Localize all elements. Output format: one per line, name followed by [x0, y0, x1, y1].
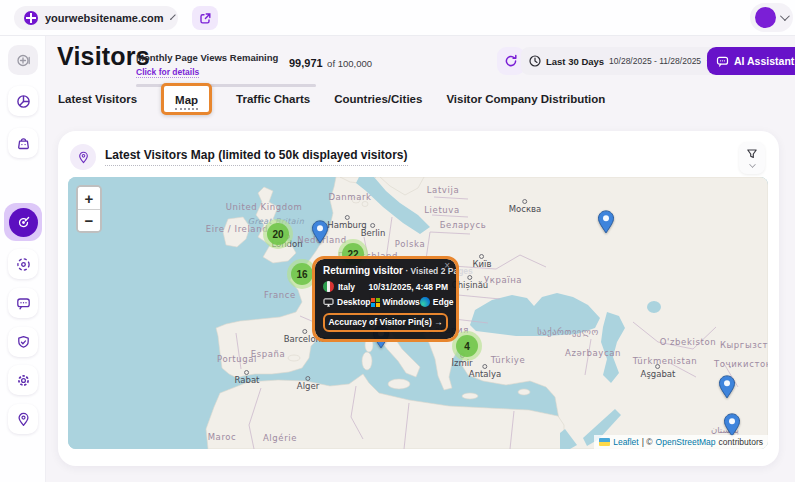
- visitor-cluster-marker[interactable]: 4: [452, 331, 482, 361]
- map-label-country: Latvija: [427, 185, 459, 195]
- visitor-pin-marker[interactable]: [718, 375, 736, 399]
- bag-icon: [16, 136, 31, 151]
- zoom-in-button[interactable]: +: [78, 187, 100, 209]
- external-link-icon: [199, 12, 212, 25]
- popup-title: Returning visitor · Visited 2 Pages: [323, 265, 448, 276]
- map-label-country: Тоҷикистон: [714, 359, 768, 369]
- map-label-country: United Kingdom: [226, 202, 303, 212]
- zoom-out-button[interactable]: −: [78, 209, 100, 231]
- map-label-country: Danmark: [328, 192, 371, 202]
- tab-bar: Latest Visitors Map Traffic Charts Count…: [58, 86, 605, 112]
- map-label-country: Portugal: [217, 354, 257, 364]
- sidebar: [0, 36, 46, 482]
- map-label-country: Algérie: [263, 433, 297, 443]
- website-name: yourwebsitename.com: [45, 12, 164, 24]
- monitor-icon: [323, 298, 334, 307]
- visitor-cluster-marker[interactable]: 20: [263, 219, 293, 249]
- map-label-country: Azərbaycan: [565, 348, 621, 358]
- popup-os: Windows: [383, 297, 420, 307]
- website-globe-icon: [24, 11, 38, 25]
- accuracy-of-visitor-pins-button[interactable]: Accuracy of Visitor Pin(s) →: [323, 313, 448, 332]
- map-label-country: Türkmenistan: [633, 356, 698, 366]
- popup-device-row: Desktop Windows Edge: [323, 297, 448, 307]
- visitor-pin-marker[interactable]: [597, 210, 615, 234]
- openstreetmap-link[interactable]: OpenStreetMap: [656, 437, 716, 447]
- chevron-down-icon: [749, 161, 755, 167]
- leaflet-map[interactable]: United KingdomGreat BritainEire / Irelan…: [68, 177, 768, 449]
- tab-visitor-company-distribution[interactable]: Visitor Company Distribution: [446, 93, 605, 105]
- windows-icon: [371, 298, 380, 307]
- map-label-country: Eire / Ireland: [206, 224, 268, 234]
- map-label-country: საქართველო: [537, 327, 598, 337]
- map-label-country: Maroc: [208, 432, 237, 442]
- scan-target-icon: [16, 257, 31, 272]
- map-label-city: Antalya: [469, 369, 501, 379]
- chat-bubble-icon: [16, 296, 31, 311]
- circle-plus-icon: [16, 53, 31, 68]
- map-tab-highlight-annotation: Map: [161, 83, 212, 115]
- tab-traffic-charts[interactable]: Traffic Charts: [236, 93, 310, 105]
- ai-assistant-button[interactable]: AI Assistant: [707, 47, 795, 75]
- popup-device: Desktop: [337, 297, 371, 307]
- map-filter-button[interactable]: [739, 142, 765, 174]
- visitor-pin-marker[interactable]: [311, 220, 329, 244]
- popup-country: Italy: [338, 282, 355, 292]
- sidebar-item-settings[interactable]: [8, 365, 38, 395]
- ai-assistant-label: AI Assistant: [734, 55, 794, 67]
- map-label-country: Türkiye: [491, 355, 526, 365]
- sidebar-item-visitors-active[interactable]: [4, 203, 42, 241]
- map-label-city: Москва: [509, 204, 542, 214]
- shield-check-icon: [16, 335, 31, 350]
- sidebar-item-dashboard[interactable]: [8, 86, 38, 116]
- map-label-country: Lietuva: [424, 205, 460, 215]
- map-label-city: Rabat: [235, 375, 260, 385]
- latest-visitors-map-card: Latest Visitors Map (limited to 50k disp…: [58, 131, 779, 466]
- gear-icon: [16, 373, 31, 388]
- map-label-city: Chișinău: [452, 280, 488, 290]
- map-label-city: Aşgabat: [641, 369, 676, 379]
- open-website-button[interactable]: [192, 6, 218, 30]
- user-menu[interactable]: [750, 3, 793, 32]
- person-pin-icon: [77, 151, 90, 164]
- website-selector[interactable]: yourwebsitename.com: [14, 6, 178, 30]
- attribution-separator: | ©: [642, 437, 653, 447]
- funnel-icon: [746, 148, 758, 160]
- map-label-country: Беларусь: [440, 220, 487, 230]
- quota-details-link[interactable]: Click for details: [136, 67, 199, 78]
- refresh-icon: [504, 54, 518, 68]
- sidebar-item-communication[interactable]: [8, 288, 38, 318]
- map-zoom-control: + −: [76, 185, 102, 233]
- map-label-city: Berlin: [361, 228, 386, 238]
- popup-browser: Edge: [433, 297, 454, 307]
- date-range-selector[interactable]: Last 30 Days 10/28/2025 - 11/28/2025: [521, 47, 721, 75]
- map-label-country: Polska: [395, 239, 425, 249]
- visitors-radar-icon: [9, 208, 38, 237]
- map-label-city: Alger: [297, 381, 319, 391]
- map-attribution: Leaflet | © OpenStreetMap contributors: [594, 435, 768, 449]
- visitor-popup: × Returning visitor · Visited 2 Pages It…: [315, 259, 456, 339]
- sidebar-item-add[interactable]: [8, 45, 38, 75]
- quota-label: Monthly Page Views Remaining: [136, 52, 278, 63]
- map-label-city: Київ: [473, 259, 492, 269]
- sidebar-item-modules[interactable]: [8, 128, 38, 158]
- sidebar-item-support[interactable]: [8, 404, 38, 434]
- avatar: [755, 7, 776, 28]
- quota-block: Monthly Page Views Remaining 99,971 of 1…: [136, 47, 321, 87]
- visitor-pin-marker[interactable]: [723, 413, 741, 437]
- chevron-down-icon: [170, 14, 176, 20]
- pie-chart-icon: [16, 94, 31, 109]
- popup-close-icon[interactable]: ×: [444, 261, 450, 271]
- sidebar-item-behavior[interactable]: [8, 249, 38, 279]
- ukraine-flag-icon: [599, 438, 610, 446]
- date-range-value: 10/28/2025 - 11/28/2025: [609, 56, 701, 66]
- attribution-suffix: contributors: [719, 437, 763, 447]
- tab-map[interactable]: Map: [175, 94, 198, 110]
- visitor-cluster-marker[interactable]: 16: [287, 259, 317, 289]
- sidebar-item-privacy[interactable]: [8, 327, 38, 357]
- leaflet-link[interactable]: Leaflet: [613, 437, 639, 447]
- date-range-label: Last 30 Days: [546, 56, 604, 67]
- top-bar: yourwebsitename.com: [0, 0, 795, 36]
- tab-latest-visitors[interactable]: Latest Visitors: [58, 93, 137, 105]
- tab-countries-cities[interactable]: Countries/Cities: [334, 93, 422, 105]
- popup-location-row: Italy 10/31/2025, 4:48 PM: [323, 281, 448, 292]
